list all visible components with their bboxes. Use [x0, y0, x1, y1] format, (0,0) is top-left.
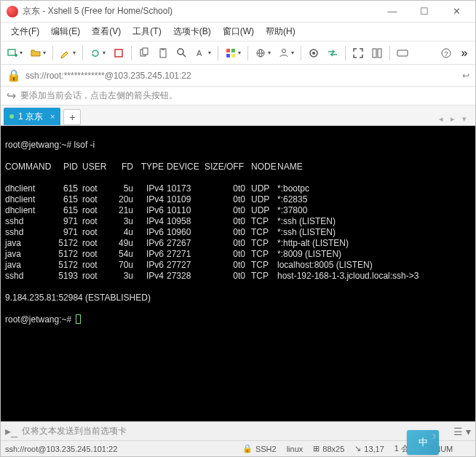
menu-file[interactable]: 文件(F) [5, 23, 45, 40]
toolbar-separator [131, 46, 132, 60]
moon-icon: ☽ [430, 433, 436, 440]
reconnect-button[interactable] [87, 44, 108, 62]
address-text[interactable]: ssh://root:************@103.235.245.101:… [25, 71, 458, 81]
toolbar-separator [82, 46, 83, 60]
svg-rect-12 [231, 49, 235, 52]
xftp-button[interactable] [305, 44, 322, 62]
keyboard-button[interactable] [394, 44, 411, 62]
address-bar: 🔒 ssh://root:************@103.235.245.10… [1, 65, 475, 87]
status-connection: ssh://root@103.235.245.101:22 [5, 445, 117, 453]
status-protocol: 🔒SSH2 [242, 444, 277, 453]
svg-point-8 [178, 49, 183, 55]
lsof-row: sshd971root3uIPv4109580t0TCP*:ssh (LISTE… [5, 216, 471, 227]
transfer-button[interactable] [324, 44, 341, 62]
menu-help[interactable]: 帮助(H) [260, 23, 301, 40]
send-bar: ▸_ 仅将文本发送到当前选项卡 ☰ ▾ [1, 421, 475, 440]
toolbar-overflow-button[interactable]: » [456, 44, 472, 62]
connected-indicator-icon [9, 114, 14, 119]
window-titlebar: 京东 - Xshell 5 (Free for Home/School) — ☐… [1, 1, 475, 23]
fullscreen-button[interactable] [349, 44, 367, 62]
tab-prev-button[interactable]: ◂ [436, 113, 446, 125]
toolbar-separator [218, 46, 218, 60]
svg-text:?: ? [445, 50, 448, 57]
tab-bar: 1 京东 × + ◂ ▸ ▾ [1, 106, 475, 126]
send-target-button[interactable]: ☰ ▾ [453, 426, 471, 437]
go-button[interactable]: ↩ [462, 71, 469, 81]
status-os: linux [287, 445, 304, 453]
send-text[interactable]: 仅将文本发送到当前选项卡 [22, 425, 449, 437]
color-scheme-button[interactable] [222, 44, 244, 62]
lock-icon: 🔒 [7, 68, 21, 82]
menu-tabs[interactable]: 选项卡(B) [167, 23, 217, 40]
close-button[interactable]: ✕ [440, 1, 472, 22]
maximize-button[interactable]: ☐ [408, 1, 440, 22]
new-session-button[interactable] [4, 44, 25, 62]
svg-text:A: A [197, 49, 202, 57]
toolbar-separator [389, 46, 390, 60]
lsof-row: sshd971root4uIPv6109600t0TCP*:ssh (LISTE… [5, 227, 471, 238]
lsof-row: dhclient615root20uIPv4101090t0UDP*:62835 [5, 194, 471, 205]
toolbar-separator [247, 46, 248, 60]
toolbar-separator [52, 46, 53, 60]
command-text: lsof -i [74, 140, 95, 151]
svg-rect-0 [8, 49, 15, 55]
svg-rect-14 [231, 54, 235, 57]
svg-rect-7 [162, 48, 164, 50]
cursor-icon [76, 314, 81, 324]
send-icon[interactable]: ▸_ [5, 424, 17, 438]
lsof-header: COMMANDPIDUSERFDTYPEDEVICESIZE/OFFNODENA… [5, 162, 471, 172]
tab-next-button[interactable]: ▸ [448, 113, 458, 125]
paste-button[interactable] [154, 44, 172, 62]
disconnect-button[interactable] [110, 44, 127, 62]
lsof-row: java5172root70uIPv6277270t0TCPlocalhost:… [5, 260, 471, 271]
tab-label: 1 京东 [18, 111, 43, 123]
svg-rect-21 [378, 49, 381, 57]
minimize-button[interactable]: — [376, 1, 408, 22]
tab-close-icon[interactable]: × [50, 112, 55, 121]
help-button[interactable]: ? [437, 44, 455, 62]
hint-bar: ↪ 要添加当前会话，点击左侧的箭头按钮。 [1, 87, 475, 106]
lsof-row: dhclient615root5uIPv4101730t0UDP*:bootpc [5, 183, 471, 194]
lsof-row: java5172root49uIPv6272670t0TCP*:http-alt… [5, 238, 471, 249]
encoding-button[interactable] [252, 44, 274, 62]
tab-list-button[interactable]: ▾ [459, 113, 469, 125]
menu-window[interactable]: 窗口(W) [217, 23, 260, 40]
svg-point-18 [282, 49, 286, 52]
font-button[interactable]: A [192, 44, 214, 62]
lsof-row: java5172root54uIPv6272710t0TCP*:8009 (LI… [5, 249, 471, 260]
lsof-row: dhclient615root21uIPv6101100t0UDP*:37800 [5, 205, 471, 216]
lsof-row: sshd5193root3uIPv4273280t0TCPhost-192-16… [5, 271, 471, 282]
svg-rect-5 [143, 48, 148, 55]
toolbar: A ? » [1, 41, 475, 65]
lsof-wrap-line: 9.184.235.81:52984 (ESTABLISHED) [5, 293, 471, 303]
toolbar-separator [301, 46, 301, 60]
svg-rect-3 [115, 49, 122, 57]
copy-button[interactable] [135, 44, 153, 62]
tile-button[interactable] [368, 44, 386, 62]
svg-line-9 [183, 54, 186, 57]
terminal[interactable]: root@jetwang:~# lsof -i COMMANDPIDUSERFD… [1, 126, 475, 421]
menu-view[interactable]: 查看(V) [86, 23, 127, 40]
hint-text: 要添加当前会话，点击左侧的箭头按钮。 [20, 90, 178, 102]
session-tab[interactable]: 1 京东 × [4, 108, 60, 125]
highlight-button[interactable] [57, 44, 79, 62]
find-button[interactable] [173, 44, 191, 62]
svg-rect-11 [226, 49, 230, 52]
hint-arrow-icon[interactable]: ↪ [7, 89, 16, 103]
ime-indicator[interactable]: 中☽ [407, 430, 439, 455]
app-icon [7, 6, 18, 17]
menu-tools[interactable]: 工具(T) [127, 23, 167, 40]
svg-rect-22 [397, 50, 408, 56]
svg-rect-20 [373, 49, 376, 57]
open-session-button[interactable] [27, 44, 49, 62]
profile-button[interactable] [275, 44, 297, 62]
menu-bar: 文件(F) 编辑(E) 查看(V) 工具(T) 选项卡(B) 窗口(W) 帮助(… [1, 23, 475, 41]
lock-icon: 🔒 [242, 444, 253, 453]
new-tab-button[interactable]: + [63, 109, 81, 125]
grid-icon: ⊞ [313, 444, 320, 453]
tab-nav: ◂ ▸ ▾ [436, 113, 472, 125]
menu-edit[interactable]: 编辑(E) [45, 23, 86, 40]
prompt: root@jetwang:~# [5, 314, 74, 325]
toolbar-separator [345, 46, 346, 60]
window-title: 京东 - Xshell 5 (Free for Home/School) [23, 5, 376, 17]
